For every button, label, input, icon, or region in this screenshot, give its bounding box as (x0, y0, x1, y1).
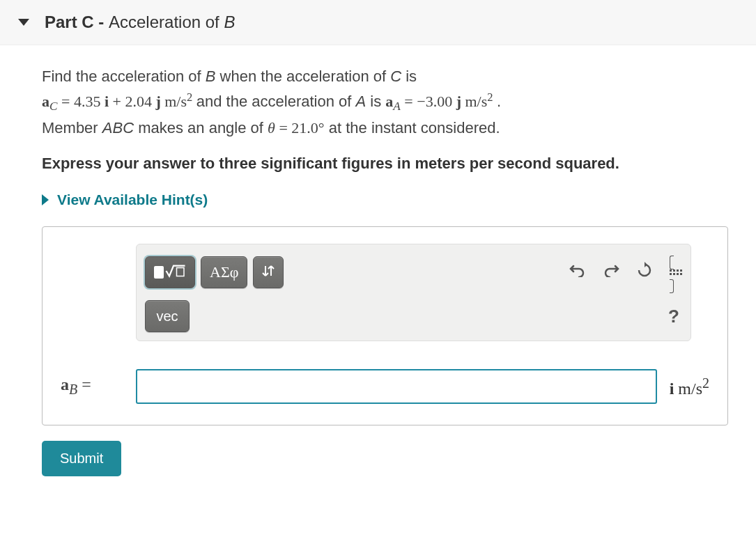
equation-aC: aC = 4.35 i + 2.04 j m/s2 (42, 93, 196, 110)
problem-statement: Find the acceleration of B when the acce… (42, 65, 728, 140)
greek-icon: ΑΣφ (210, 263, 238, 281)
submit-button[interactable]: Submit (42, 441, 121, 476)
answer-units: i m/s2 (657, 375, 709, 398)
part-title: Part C - Acceleration of B (45, 13, 235, 32)
part-label: Part C (45, 13, 94, 31)
equation-toolbar: ΑΣφ (136, 244, 691, 341)
subscript-arrows-button[interactable] (253, 256, 284, 288)
hints-label: View Available Hint(s) (57, 191, 208, 208)
reset-icon[interactable] (636, 262, 653, 283)
undo-icon[interactable] (569, 263, 586, 281)
part-header: Part C - Acceleration of B (0, 0, 756, 45)
content-area: Find the acceleration of B when the acce… (0, 45, 756, 490)
answer-panel: ΑΣφ (42, 226, 728, 425)
collapse-caret-icon[interactable] (18, 19, 29, 26)
chevron-right-icon (42, 194, 49, 205)
keyboard-icon[interactable] (670, 251, 682, 293)
equation-aA: aA = −3.00 j m/s2 (385, 93, 497, 110)
help-icon[interactable]: ? (668, 306, 682, 327)
vec-button[interactable]: vec (145, 300, 190, 332)
updown-arrow-icon (262, 263, 275, 282)
view-hints-toggle[interactable]: View Available Hint(s) (42, 191, 728, 208)
svg-rect-0 (177, 267, 185, 276)
greek-symbols-button[interactable]: ΑΣφ (201, 256, 247, 288)
template-icon (154, 263, 186, 282)
redo-icon[interactable] (603, 263, 619, 281)
answer-instructions: Express your answer to three significant… (42, 153, 728, 175)
answer-lhs: aB = (61, 375, 136, 398)
template-math-button[interactable] (145, 256, 195, 288)
answer-input-row: aB = i m/s2 (61, 369, 709, 404)
answer-input[interactable] (136, 369, 657, 404)
